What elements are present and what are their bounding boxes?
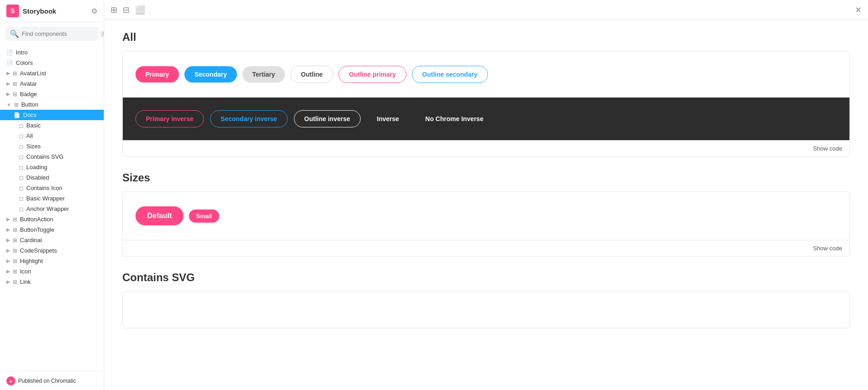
- section-title-sizes: Sizes: [122, 171, 850, 184]
- search-shortcut: /: [101, 31, 104, 37]
- chromatic-badge[interactable]: ● Published on Chromatic: [6, 376, 76, 385]
- storybook-logo: S: [6, 5, 19, 17]
- search-input[interactable]: [22, 30, 98, 37]
- close-icon[interactable]: ✕: [855, 5, 862, 15]
- story-icon: ◻: [19, 164, 24, 171]
- expand-icon: ▶: [6, 91, 10, 97]
- expand-icon: ▶: [6, 81, 10, 87]
- sidebar-item-label: Docs: [23, 112, 37, 118]
- default-size-button[interactable]: Default: [135, 206, 183, 225]
- sidebar-item-label: Avatar: [20, 80, 37, 87]
- primary-button[interactable]: Primary: [135, 66, 179, 83]
- sidebar-item-button-all[interactable]: ◻ All: [0, 131, 104, 141]
- sidebar-item-buttontoggle[interactable]: ▶ ⊞ ButtonToggle: [0, 224, 104, 235]
- sidebar-item-button-anchor-wrapper[interactable]: ◻ Anchor Wrapper: [0, 204, 104, 214]
- sidebar-header: S Storybook ⚙: [0, 0, 104, 22]
- secondary-button[interactable]: Secondary: [184, 66, 237, 83]
- sidebar-item-label: CodeSnippets: [20, 247, 57, 254]
- sizes-card-body: Default Small: [123, 192, 849, 240]
- expand-icon: ▶: [6, 227, 10, 233]
- story-icon: ◻: [19, 133, 24, 139]
- group-icon: ⊞: [13, 81, 17, 87]
- show-code-button-sizes[interactable]: Show code: [813, 245, 842, 252]
- sidebar-item-highlight[interactable]: ▶ ⊞ Highlight: [0, 256, 104, 266]
- contains-svg-card-body: [123, 292, 849, 328]
- sidebar-item-badge[interactable]: ▶ ⊞ Badge: [0, 89, 104, 99]
- sidebar-item-label: Intro: [16, 49, 28, 56]
- story-icon: ◻: [19, 122, 24, 129]
- expand-icon: ▶: [6, 279, 10, 285]
- docs-icon: 📄: [14, 112, 20, 118]
- sidebar-item-button-basic[interactable]: ◻ Basic: [0, 120, 104, 131]
- outline-inverse-button[interactable]: Outline inverse: [294, 110, 361, 127]
- group-icon: ⊞: [13, 237, 17, 244]
- sizes-card-footer: Show code: [123, 240, 849, 256]
- grid-large-icon[interactable]: ⊟: [123, 5, 130, 15]
- sidebar-item-label: Icon: [20, 268, 31, 275]
- chromatic-icon: ●: [6, 376, 15, 385]
- sidebar-item-label: Sizes: [26, 143, 41, 150]
- sidebar-item-label: Anchor Wrapper: [26, 205, 69, 212]
- sizes-card: Default Small Show code: [122, 191, 850, 257]
- tertiary-button[interactable]: Tertiary: [242, 66, 285, 83]
- sidebar-item-button-loading[interactable]: ◻ Loading: [0, 162, 104, 172]
- secondary-inverse-button[interactable]: Secondary inverse: [210, 110, 288, 127]
- no-chrome-inverse-button[interactable]: No Chrome Inverse: [415, 111, 493, 127]
- sidebar-item-icon[interactable]: ▶ ⊞ Icon: [0, 266, 104, 277]
- settings-icon[interactable]: ⚙: [91, 7, 97, 15]
- sidebar-item-label: Basic Wrapper: [26, 195, 65, 202]
- sidebar-item-button-basic-wrapper[interactable]: ◻ Basic Wrapper: [0, 193, 104, 204]
- group-icon: ⊞: [13, 279, 17, 285]
- all-card-footer: Show code: [123, 140, 849, 156]
- sidebar-item-label: Link: [20, 278, 31, 285]
- sidebar-item-label: Highlight: [20, 258, 43, 264]
- all-card-light: Primary Secondary Tertiary Outline Outli…: [123, 51, 849, 98]
- search-bar[interactable]: 🔍 /: [5, 27, 98, 41]
- outline-primary-button[interactable]: Outline primary: [338, 66, 406, 83]
- all-card: Primary Secondary Tertiary Outline Outli…: [122, 51, 850, 157]
- chromatic-label: Published on Chromatic: [18, 378, 76, 384]
- grid-small-icon[interactable]: ⊞: [111, 5, 117, 15]
- sidebar-item-label: Cardinal: [20, 237, 42, 244]
- group-icon: ⊞: [13, 248, 17, 254]
- group-icon: ⊞: [13, 70, 17, 77]
- sidebar-item-link[interactable]: ▶ ⊞ Link: [0, 277, 104, 287]
- sidebar-item-colors[interactable]: 📄 Colors: [0, 58, 104, 68]
- sidebar-item-avatarlist[interactable]: ▶ ⊞ AvatarList: [0, 68, 104, 78]
- sidebar-footer: ● Published on Chromatic: [0, 371, 104, 390]
- sidebar-item-codesnippets[interactable]: ▶ ⊞ CodeSnippets: [0, 245, 104, 256]
- sidebar-item-buttonaction[interactable]: ▶ ⊞ ButtonAction: [0, 214, 104, 224]
- sidebar-item-label: AvatarList: [20, 70, 46, 77]
- sidebar-item-label: ButtonToggle: [20, 226, 54, 233]
- search-icon: 🔍: [10, 29, 19, 38]
- sidebar-item-cardinal[interactable]: ▶ ⊞ Cardinal: [0, 235, 104, 245]
- sidebar-item-button[interactable]: ▼ ⊞ Button: [0, 99, 104, 110]
- group-icon: ⊞: [13, 216, 17, 223]
- sidebar-item-button-contains-icon[interactable]: ◻ Contains Icon: [0, 183, 104, 193]
- story-icon: ◻: [19, 195, 24, 202]
- contains-svg-card: [122, 291, 850, 328]
- main-area: ⊞ ⊟ ⬜ ✕ All Primary Secondary Tertiary O…: [104, 0, 868, 390]
- sidebar-item-intro[interactable]: 📄 Intro: [0, 47, 104, 58]
- sidebar-item-label: Loading: [26, 164, 47, 171]
- outline-button[interactable]: Outline: [290, 66, 333, 83]
- primary-inverse-button[interactable]: Primary inverse: [135, 110, 204, 127]
- story-icon: ◻: [19, 185, 24, 191]
- sidebar-item-button-contains-svg[interactable]: ◻ Contains SVG: [0, 151, 104, 162]
- story-icon: 📄: [6, 49, 13, 56]
- sidebar-item-label: Basic: [26, 122, 41, 129]
- sidebar-item-avatar[interactable]: ▶ ⊞ Avatar: [0, 78, 104, 89]
- group-icon: ⊞: [13, 258, 17, 264]
- story-icon: ◻: [19, 154, 24, 160]
- small-size-button[interactable]: Small: [189, 210, 219, 223]
- outline-secondary-button[interactable]: Outline secondary: [412, 66, 488, 83]
- sidebar-item-button-disabled[interactable]: ◻ Disabled: [0, 172, 104, 183]
- sidebar-item-button-docs[interactable]: 📄 Docs: [0, 110, 104, 120]
- sidebar: S Storybook ⚙ 🔍 / 📄 Intro 📄 Colors ▶ ⊞ A…: [0, 0, 104, 390]
- show-code-button-all[interactable]: Show code: [813, 145, 842, 152]
- frame-icon[interactable]: ⬜: [135, 5, 145, 15]
- inverse-button[interactable]: Inverse: [367, 111, 409, 127]
- app-title: Storybook: [23, 7, 87, 15]
- nav-list: 📄 Intro 📄 Colors ▶ ⊞ AvatarList ▶ ⊞ Avat…: [0, 45, 104, 371]
- sidebar-item-button-sizes[interactable]: ◻ Sizes: [0, 141, 104, 151]
